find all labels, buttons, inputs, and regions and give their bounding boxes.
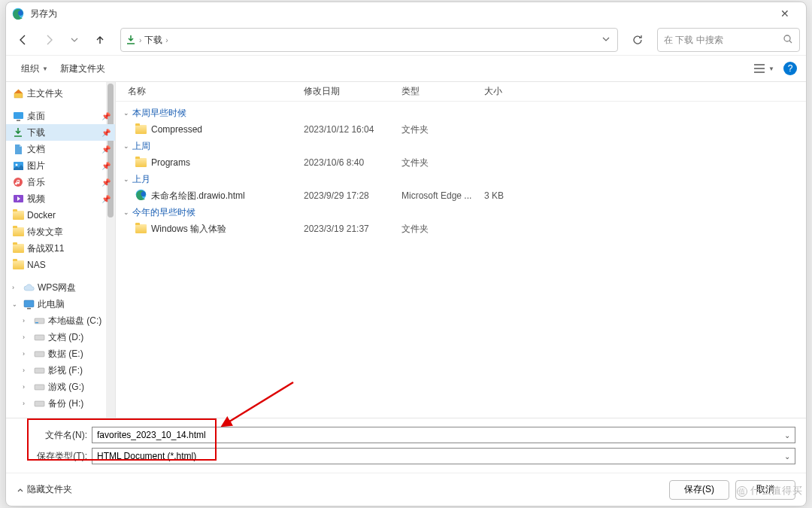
up-button[interactable] — [89, 29, 111, 51]
sidebar-item-下载[interactable]: 下载📌 — [6, 124, 115, 141]
download-icon — [126, 35, 136, 45]
save-button[interactable]: 保存(S) — [669, 480, 729, 500]
chevron-down-icon[interactable]: ⌄ — [784, 452, 790, 461]
expand-icon[interactable]: › — [23, 400, 30, 407]
expand-icon[interactable]: › — [12, 284, 20, 291]
chevron-down-icon: ▼ — [768, 65, 774, 72]
desktop-icon — [12, 110, 24, 122]
group-header[interactable]: ⌄今年的早些时候 — [116, 204, 806, 221]
filetype-label: 保存类型(T): — [17, 450, 92, 463]
svg-rect-14 — [35, 368, 44, 373]
sidebar-item-label: 文档 (D:) — [48, 331, 83, 344]
new-folder-button[interactable]: 新建文件夹 — [54, 59, 111, 78]
filename-label: 文件名(N): — [17, 429, 92, 442]
sidebar-thispc[interactable]: ⌄ 此电脑 — [6, 296, 115, 312]
svg-rect-3 — [17, 120, 20, 121]
back-button[interactable] — [12, 29, 35, 51]
expand-icon[interactable]: › — [23, 333, 30, 341]
sidebar-item-视频[interactable]: 视频📌 — [6, 190, 115, 207]
cancel-button[interactable]: 取消 — [735, 480, 795, 500]
file-row[interactable]: Programs2023/10/6 8:40文件夹 — [116, 154, 806, 171]
sidebar-item-label: 数据 (E:) — [48, 348, 83, 360]
view-options-button[interactable]: ▼ — [753, 63, 774, 74]
group-header[interactable]: ⌄上月 — [116, 171, 806, 187]
drive-icon — [33, 381, 45, 393]
svg-point-5 — [15, 163, 17, 166]
file-size: 3 KB — [477, 190, 537, 201]
group-header[interactable]: ⌄本周早些时候 — [116, 105, 806, 121]
sidebar-item-NAS[interactable]: NAS — [6, 257, 115, 273]
search-input[interactable]: 在 下载 中搜索 — [657, 28, 800, 52]
group-header[interactable]: ⌄上周 — [116, 138, 806, 154]
expand-icon[interactable]: › — [23, 383, 30, 391]
file-row[interactable]: Compressed2023/10/12 16:04文件夹 — [116, 121, 806, 138]
sidebar-item-label: 主文件夹 — [27, 87, 63, 100]
file-type: 文件夹 — [394, 223, 477, 236]
sidebar-item-label: Docker — [27, 210, 56, 221]
sidebar-drive[interactable]: ›游戏 (G:) — [6, 379, 115, 395]
sidebar-drive[interactable]: ›本地磁盘 (C:) — [6, 312, 115, 329]
pin-icon: 📌 — [102, 178, 111, 187]
sidebar-item-音乐[interactable]: 音乐📌 — [6, 174, 115, 190]
sidebar-item-文档[interactable]: 文档📌 — [6, 141, 115, 157]
svg-rect-9 — [27, 308, 31, 309]
hide-folders-button[interactable]: 隐藏文件夹 — [17, 483, 72, 496]
chevron-down-icon: ▼ — [42, 65, 48, 72]
pin-icon: 📌 — [102, 195, 111, 203]
sidebar-item-桌面[interactable]: 桌面📌 — [6, 108, 115, 124]
sidebar-item-label: 图片 — [27, 160, 45, 172]
close-button[interactable]: ✕ — [770, 8, 800, 20]
header-size[interactable]: 大小 — [477, 85, 537, 98]
sidebar-item-label: 音乐 — [27, 176, 45, 189]
sidebar-wps[interactable]: › WPS网盘 — [6, 279, 115, 296]
forward-button[interactable] — [38, 29, 60, 51]
address-bar[interactable]: › 下载 › — [120, 28, 618, 52]
collapse-icon[interactable]: ⌄ — [123, 208, 129, 216]
file-row[interactable]: Windows 输入体验2023/3/19 21:37文件夹 — [116, 221, 806, 237]
sidebar-drive[interactable]: ›数据 (E:) — [6, 345, 115, 362]
drive-icon — [33, 397, 45, 409]
folder-icon — [12, 259, 24, 271]
drive-icon — [33, 315, 45, 327]
file-row[interactable]: 未命名绘图.drawio.html2023/9/29 17:28Microsof… — [116, 187, 806, 204]
collapse-icon[interactable]: ⌄ — [12, 301, 20, 308]
file-icon — [135, 125, 147, 134]
folder-icon — [12, 226, 24, 238]
search-placeholder: 在 下载 中搜索 — [664, 34, 723, 47]
expand-icon[interactable]: › — [23, 317, 30, 324]
address-dropdown[interactable] — [599, 35, 613, 45]
chevron-down-icon[interactable]: ⌄ — [784, 431, 790, 440]
expand-icon[interactable]: › — [23, 350, 30, 357]
organize-button[interactable]: 组织▼ — [15, 59, 54, 78]
sidebar-item-备战双11[interactable]: 备战双11 — [6, 240, 115, 257]
header-date[interactable]: 修改日期 — [296, 85, 394, 98]
sidebar-drive[interactable]: ›影视 (F:) — [6, 362, 115, 379]
pin-icon: 📌 — [102, 129, 111, 137]
filetype-select[interactable]: HTML Document (*.html)⌄ — [92, 448, 795, 464]
sidebar-item-Docker[interactable]: Docker — [6, 207, 115, 224]
sidebar-item-label: 待发文章 — [27, 226, 63, 239]
sidebar-home[interactable]: 主文件夹 — [6, 85, 115, 102]
header-type[interactable]: 类型 — [394, 85, 477, 98]
sidebar-drive[interactable]: ›备份 (H:) — [6, 395, 115, 412]
collapse-icon[interactable]: ⌄ — [123, 109, 129, 117]
expand-icon[interactable]: › — [23, 367, 30, 374]
file-icon — [135, 189, 147, 202]
file-icon — [135, 158, 147, 167]
sidebar-item-待发文章[interactable]: 待发文章 — [6, 224, 115, 240]
filename-input[interactable]: favorites_2023_10_14.html⌄ — [92, 427, 795, 443]
folder-icon — [12, 242, 24, 254]
help-button[interactable]: ? — [783, 62, 797, 75]
refresh-button[interactable] — [626, 28, 650, 52]
sidebar-drive[interactable]: ›文档 (D:) — [6, 329, 115, 345]
collapse-icon[interactable]: ⌄ — [123, 175, 129, 183]
header-name[interactable]: 名称 — [116, 85, 296, 98]
svg-rect-15 — [35, 385, 44, 390]
sidebar-item-label: 文档 — [27, 143, 45, 156]
sidebar-item-图片[interactable]: 图片📌 — [6, 157, 115, 174]
column-headers: 名称 修改日期 类型 大小 — [116, 82, 806, 102]
recent-button[interactable] — [63, 29, 86, 51]
file-type: Microsoft Edge ... — [394, 190, 477, 201]
collapse-icon[interactable]: ⌄ — [123, 142, 129, 150]
sidebar-item-label: 影视 (F:) — [48, 364, 83, 377]
